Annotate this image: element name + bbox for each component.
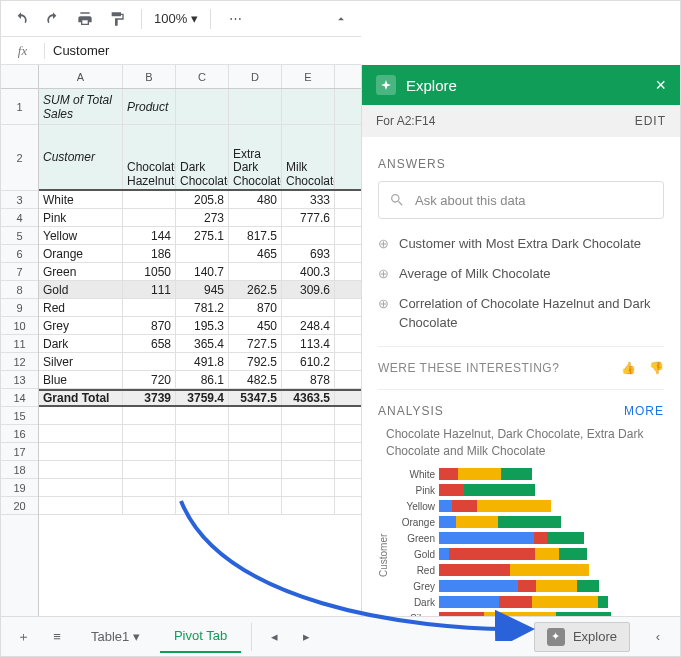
edit-range-button[interactable]: EDIT [635,114,666,128]
row-header[interactable]: 4 [1,209,38,227]
col-header[interactable]: D [229,65,282,88]
cell[interactable] [282,479,335,496]
cell[interactable]: 262.5 [229,281,282,298]
cell[interactable]: 450 [229,317,282,334]
cell[interactable] [176,407,229,424]
undo-icon[interactable] [9,7,33,31]
cell[interactable]: Milk Chocolate [282,125,335,189]
cell[interactable]: 945 [176,281,229,298]
zoom-dropdown[interactable]: 100% ▾ [154,11,198,26]
cell[interactable]: 781.2 [176,299,229,316]
cell[interactable]: 205.8 [176,191,229,208]
thumbs-down-icon[interactable]: 👎 [649,361,665,375]
cell[interactable]: 870 [123,317,176,334]
cell[interactable]: 792.5 [229,353,282,370]
cell[interactable]: Red [39,299,123,316]
cell[interactable]: Grand Total [39,391,123,405]
cell[interactable]: Orange [39,245,123,262]
cell[interactable] [123,497,176,514]
row-header[interactable]: 17 [1,443,38,461]
row-header[interactable]: 2 [1,125,38,191]
cell[interactable] [176,425,229,442]
cell[interactable] [123,479,176,496]
cell[interactable] [123,299,176,316]
row-header[interactable]: 6 [1,245,38,263]
col-header[interactable]: A [39,65,123,88]
cell[interactable] [39,407,123,424]
cell[interactable] [229,443,282,460]
ask-input[interactable]: Ask about this data [378,181,664,219]
cell[interactable] [176,443,229,460]
cell[interactable] [229,425,282,442]
cell[interactable]: Chocolate Hazelnut [123,125,176,189]
thumbs-up-icon[interactable]: 👍 [621,361,637,375]
row-header[interactable]: 10 [1,317,38,335]
cell[interactable] [229,479,282,496]
cell[interactable]: 111 [123,281,176,298]
cell[interactable] [229,407,282,424]
cell[interactable] [229,263,282,280]
row-header[interactable]: 16 [1,425,38,443]
cell[interactable] [39,497,123,514]
cell[interactable] [282,407,335,424]
cell[interactable]: SUM of Total Sales [39,89,123,124]
col-header[interactable]: B [123,65,176,88]
cell[interactable]: 365.4 [176,335,229,352]
cell[interactable]: 1050 [123,263,176,280]
cell[interactable]: 870 [229,299,282,316]
cell[interactable]: Extra Dark Chocolate [229,125,282,189]
redo-icon[interactable] [41,7,65,31]
more-icon[interactable]: ⋯ [223,7,247,31]
cell[interactable] [123,407,176,424]
cell[interactable]: Silver [39,353,123,370]
cell[interactable]: 610.2 [282,353,335,370]
cell[interactable]: 195.3 [176,317,229,334]
cell[interactable] [123,425,176,442]
suggested-question[interactable]: ⊕ Average of Milk Chocolate [378,265,664,283]
cell[interactable] [282,497,335,514]
cell[interactable] [123,353,176,370]
cell[interactable]: Dark Chocolate [176,125,229,189]
cell[interactable] [123,209,176,226]
cell[interactable]: 333 [282,191,335,208]
row-header[interactable]: 8 [1,281,38,299]
analysis-chart[interactable]: Customer WhitePinkYellowOrangeGreenGoldR… [378,467,664,616]
cell[interactable]: 727.5 [229,335,282,352]
cell[interactable]: 4363.5 [282,391,335,405]
cell[interactable] [39,425,123,442]
row-header[interactable]: 9 [1,299,38,317]
cell[interactable]: Product [123,89,176,124]
row-header[interactable]: 5 [1,227,38,245]
col-header[interactable]: C [176,65,229,88]
cell[interactable]: 482.5 [229,371,282,388]
cell[interactable]: 3759.4 [176,391,229,405]
cell[interactable] [39,461,123,478]
cell[interactable] [282,461,335,478]
cell[interactable]: 777.6 [282,209,335,226]
cell[interactable]: Pink [39,209,123,226]
row-header[interactable]: 7 [1,263,38,281]
cell[interactable]: 465 [229,245,282,262]
paint-format-icon[interactable] [105,7,129,31]
cell[interactable]: 144 [123,227,176,244]
collapse-up-icon[interactable] [329,7,353,31]
cell[interactable] [282,227,335,244]
cell[interactable]: 3739 [123,391,176,405]
tab-pivot[interactable]: Pivot Tab [160,621,241,653]
cell[interactable] [282,443,335,460]
cell[interactable] [123,191,176,208]
cell[interactable]: 480 [229,191,282,208]
cell[interactable]: Green [39,263,123,280]
row-header[interactable]: 14 [1,389,38,407]
cell[interactable] [282,89,335,124]
cell[interactable]: 817.5 [229,227,282,244]
formula-value[interactable]: Customer [45,43,117,58]
select-all-corner[interactable] [1,65,39,88]
tab-nav-right-icon[interactable]: ▸ [292,623,320,651]
cell[interactable] [123,461,176,478]
cell[interactable] [229,209,282,226]
row-header[interactable]: 18 [1,461,38,479]
add-sheet-button[interactable]: ＋ [9,623,37,651]
explore-button[interactable]: ✦ Explore [534,622,630,652]
row-header[interactable]: 15 [1,407,38,425]
